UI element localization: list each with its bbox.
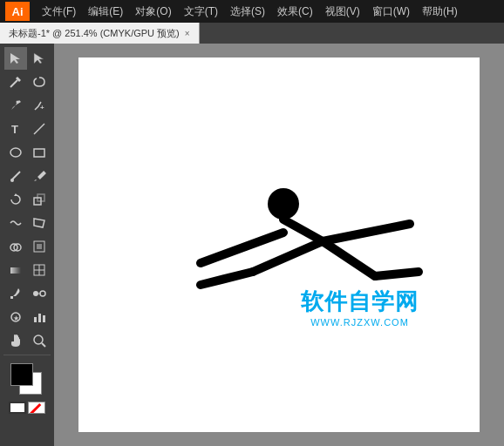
svg-rect-28 <box>43 315 45 322</box>
svg-rect-26 <box>34 317 37 322</box>
svg-point-21 <box>33 291 38 296</box>
column-graph-tool[interactable] <box>28 306 51 328</box>
pencil-tool[interactable] <box>28 165 51 187</box>
color-selector[interactable] <box>10 363 44 396</box>
hand-tool[interactable] <box>4 329 27 352</box>
artboard[interactable]: 软件自学网 WWW.RJZXW.COM <box>78 57 480 432</box>
watermark-text: 软件自学网 <box>301 287 419 317</box>
menu-object[interactable]: 对象(O) <box>130 3 176 21</box>
tool-row-1 <box>2 47 52 70</box>
tool-row-7 <box>2 188 52 211</box>
svg-text:★: ★ <box>13 314 19 322</box>
canvas-area: 软件自学网 WWW.RJZXW.COM <box>54 44 504 446</box>
menu-help[interactable]: 帮助(H) <box>417 3 463 21</box>
menu-file[interactable]: 文件(F) <box>37 3 81 21</box>
symbol-sprayer-tool[interactable]: ★ <box>4 306 27 328</box>
rectangle-tool[interactable] <box>28 141 51 164</box>
stroke-fill-row <box>9 402 45 414</box>
main-layout: + T <box>0 44 504 446</box>
eyedropper-tool[interactable] <box>4 282 27 305</box>
tab-close-button[interactable]: × <box>185 29 190 38</box>
left-toolbar: + T <box>0 44 54 446</box>
magic-wand-tool[interactable] <box>4 71 27 93</box>
type-tool[interactable]: T <box>4 118 27 140</box>
svg-line-38 <box>375 272 419 276</box>
menu-effect[interactable]: 效果(C) <box>272 3 318 21</box>
gradient-tool[interactable] <box>4 259 27 281</box>
svg-rect-7 <box>34 149 44 157</box>
menu-view[interactable]: 视图(V) <box>320 3 365 21</box>
stroke-box[interactable] <box>9 402 26 414</box>
none-box[interactable] <box>28 402 45 414</box>
tool-row-6 <box>2 165 52 187</box>
menu-bar: 文件(F) 编辑(E) 对象(O) 文字(T) 选择(S) 效果(C) 视图(V… <box>37 3 463 21</box>
svg-line-34 <box>323 224 410 241</box>
svg-line-33 <box>201 233 283 263</box>
svg-point-22 <box>40 291 45 296</box>
watermark: 软件自学网 WWW.RJZXW.COM <box>301 287 419 328</box>
svg-line-30 <box>42 343 45 347</box>
svg-line-35 <box>253 241 323 272</box>
pen-tool[interactable] <box>4 94 27 117</box>
tab-bar: 未标题-1* @ 251.4% (CMYK/GPU 预览) × <box>0 23 504 44</box>
tool-row-12: ★ <box>2 306 52 328</box>
tab-label: 未标题-1* @ 251.4% (CMYK/GPU 预览) <box>9 27 180 40</box>
shape-builder-tool[interactable] <box>4 235 27 258</box>
svg-point-8 <box>10 179 14 182</box>
watermark-url: WWW.RJZXW.COM <box>301 317 419 328</box>
menu-window[interactable]: 窗口(W) <box>367 3 415 21</box>
svg-text:T: T <box>11 123 18 136</box>
tool-row-3: + <box>2 94 52 117</box>
tool-row-4: T <box>2 118 52 140</box>
document-tab[interactable]: 未标题-1* @ 251.4% (CMYK/GPU 预览) × <box>0 23 200 44</box>
svg-line-5 <box>34 124 44 134</box>
svg-line-0 <box>10 80 17 87</box>
svg-line-36 <box>201 272 253 285</box>
live-paint-tool[interactable] <box>28 235 51 258</box>
svg-point-31 <box>268 188 299 220</box>
scale-tool[interactable] <box>28 188 51 211</box>
rotate-tool[interactable] <box>4 188 27 211</box>
line-tool[interactable] <box>28 118 51 140</box>
mesh-tool[interactable] <box>28 259 51 281</box>
svg-rect-9 <box>37 171 46 179</box>
svg-line-32 <box>283 220 323 241</box>
tool-row-5 <box>2 141 52 164</box>
direct-selection-tool[interactable] <box>28 47 51 70</box>
lasso-tool[interactable] <box>28 71 51 93</box>
add-anchor-tool[interactable]: + <box>28 94 51 117</box>
svg-rect-27 <box>38 314 41 322</box>
menu-select[interactable]: 选择(S) <box>225 3 270 21</box>
selection-tool[interactable] <box>4 47 27 70</box>
tool-row-13 <box>2 329 52 352</box>
menu-text[interactable]: 文字(T) <box>179 3 223 21</box>
title-bar: Ai 文件(F) 编辑(E) 对象(O) 文字(T) 选择(S) 效果(C) 视… <box>0 0 504 23</box>
foreground-color-box[interactable] <box>10 363 33 386</box>
tool-row-2 <box>2 71 52 93</box>
svg-rect-17 <box>10 267 21 274</box>
menu-edit[interactable]: 编辑(E) <box>83 3 128 21</box>
tool-row-8 <box>2 212 52 234</box>
svg-text:+: + <box>40 104 44 112</box>
svg-line-37 <box>323 241 375 276</box>
blend-tool[interactable] <box>28 282 51 305</box>
color-section <box>9 360 45 414</box>
tool-row-10 <box>2 259 52 281</box>
svg-rect-16 <box>37 244 42 249</box>
free-distort-tool[interactable] <box>28 212 51 234</box>
zoom-tool[interactable] <box>28 329 51 352</box>
ellipse-tool[interactable] <box>4 141 27 164</box>
svg-point-29 <box>34 335 43 344</box>
app-logo: Ai <box>5 2 30 21</box>
paintbrush-tool[interactable] <box>4 165 27 187</box>
svg-point-2 <box>16 101 18 104</box>
tool-row-9 <box>2 235 52 258</box>
warp-tool[interactable] <box>4 212 27 234</box>
svg-point-6 <box>10 148 21 157</box>
toolbar-divider <box>3 355 51 355</box>
tool-row-11 <box>2 282 52 305</box>
